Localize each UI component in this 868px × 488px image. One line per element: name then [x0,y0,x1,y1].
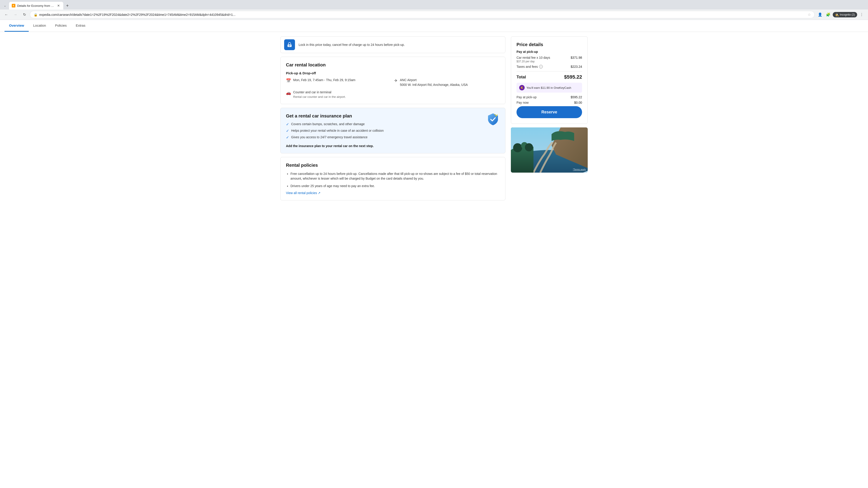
total-label: Total [517,75,526,79]
bookmark-icon[interactable]: ☆ [808,12,811,17]
pay-at-pickup-value: $595.22 [570,95,582,99]
lock-text: Lock in this price today, cancel free of… [299,43,405,46]
right-column: Price details Pay at pick-up Car rental … [511,36,588,200]
onekey-banner: K You'll earn $11.90 in OneKeyCash [517,83,582,93]
checkmark-1: ✓ [286,122,289,127]
view-all-policies-link[interactable]: View all rental policies ↗ [286,191,500,195]
tab-dropdown-button[interactable]: ⌄ [2,2,8,9]
nav-tab-location[interactable]: Location [29,20,51,32]
view-all-label: View all rental policies [286,191,317,195]
insurance-title: Get a rental car insurance plan [286,113,500,119]
policy-item-2: Drivers under 25 years of age may need t… [290,184,500,188]
pay-now-value: $0.00 [574,101,582,104]
insurance-feature-2: ✓ Helps protect your rental vehicle in c… [286,129,500,133]
taxes-fees-label: Taxes and fees [517,65,538,68]
car-icon: 🚗 [286,90,291,95]
scenic-image-card: *Terms apply [511,127,588,173]
scenic-image-box: *Terms apply [511,127,588,173]
active-tab[interactable]: E Details for Economy from Budg ✕ [9,2,63,9]
counter-details: Counter and car in terminal Rental car c… [293,90,346,98]
car-rental-fee-value: $371.98 [570,56,582,59]
car-rental-fee-sub: $37.20 per day [517,60,550,63]
tab-bar: ⌄ E Details for Economy from Budg ✕ + [0,0,868,9]
nav-tab-overview[interactable]: Overview [4,20,29,32]
shield-badge [486,112,500,126]
pay-breakdown: Pay at pick-up $595.22 Pay now $0.00 [517,95,582,104]
insurance-feature-3: ✓ Gives you access to 24/7 emergency tra… [286,135,500,140]
lock-banner: Lock in this price today, cancel free of… [280,36,505,53]
counter-label: Counter and car in terminal [293,90,346,95]
terms-apply-link[interactable]: *Terms apply [573,168,586,171]
total-row: Total $595.22 [517,74,582,80]
insurance-footer: Add the insurance plan to your rental ca… [286,144,500,148]
insurance-feature-list: ✓ Covers certain bumps, scratches, and o… [286,122,500,140]
pickup-label: Pick-up & Drop-off [286,71,500,75]
taxes-info-icon[interactable]: i [539,65,543,68]
datetime-text: Mon, Feb 19, 7:45am - Thu, Feb 29, 9:15a… [293,78,355,83]
tab-close-button[interactable]: ✕ [57,4,61,8]
navigation-bar: ← → ↻ 🔒 expedia.com/carsearch/details?da… [0,9,868,20]
incognito-badge: 🕵️ Incognito (2) [833,12,857,18]
checkmark-shield-icon [287,42,292,47]
insurance-feature-1: ✓ Covers certain bumps, scratches, and o… [286,122,500,127]
price-details-card: Price details Pay at pick-up Car rental … [511,36,588,124]
car-rental-fee-row: Car rental fee x 10 days $37.20 per day … [517,56,582,63]
extensions-button[interactable]: 🧩 [825,11,832,18]
taxes-fees-label-group: Taxes and fees i [517,65,543,68]
price-divider [517,71,582,71]
main-area: Lock in this price today, cancel free of… [276,32,592,205]
tab-title: Details for Economy from Budg [17,4,55,7]
insurance-card: Get a rental car insurance plan [280,108,505,153]
svg-point-2 [494,114,495,115]
onekey-text: You'll earn $11.90 in OneKeyCash [526,86,571,90]
checkmark-2: ✓ [286,129,289,133]
nav-tab-extras[interactable]: Extras [71,20,90,32]
menu-button[interactable]: ⋮ [858,11,865,18]
pay-now-label: Pay now [517,101,529,104]
address-text: expedia.com/carsearch/details?date1=2%2F… [39,13,806,17]
svg-point-8 [525,143,533,151]
airport-item: ✈ ANC Airport 5000 W. Intl Airport Rd, A… [394,78,500,87]
svg-point-1 [495,115,497,116]
browser-chrome: ⌄ E Details for Economy from Budg ✕ + ← … [0,0,868,20]
site-navigation: Overview Location Policies Extras [0,20,868,32]
car-rental-fee-label-group: Car rental fee x 10 days $37.20 per day [517,56,550,63]
taxes-fees-row: Taxes and fees i $223.24 [517,65,582,68]
scenic-landscape-svg [511,127,588,173]
svg-point-3 [497,114,498,115]
reload-button[interactable]: ↻ [21,11,28,18]
policy-list: Free cancellation up to 24 hours before … [286,171,500,188]
nav-tab-policies[interactable]: Policies [51,20,71,32]
airport-details: ANC Airport 5000 W. Intl Airport Rd, Anc… [400,78,468,87]
tab-favicon: E [12,4,16,7]
left-column: Lock in this price today, cancel free of… [280,36,505,200]
onekey-icon: K [519,85,525,90]
new-tab-button[interactable]: + [64,2,70,9]
lock-icon [284,39,295,50]
car-rental-fee-label: Car rental fee x 10 days [517,56,550,59]
nav-right-buttons: 👤 🧩 🕵️ Incognito (2) ⋮ [816,11,865,18]
back-button[interactable]: ← [3,11,10,18]
location-grid: 📅 Mon, Feb 19, 7:45am - Thu, Feb 29, 9:1… [286,78,500,98]
taxes-fees-value: $223.24 [570,65,582,68]
airport-name: ANC Airport [400,78,468,83]
flight-icon: ✈ [394,78,398,83]
rental-policies-card: Rental policies Free cancellation up to … [280,157,505,200]
datetime-item: 📅 Mon, Feb 19, 7:45am - Thu, Feb 29, 9:1… [286,78,392,87]
external-link-icon: ↗ [318,191,320,195]
pay-at-pickup-label-bottom: Pay at pick-up [517,95,537,99]
car-rental-location-title: Car rental location [286,62,500,68]
reserve-button[interactable]: Reserve [517,106,582,118]
pay-at-pickup-label-top: Pay at pick-up [517,50,582,54]
price-details-title: Price details [517,42,582,47]
rental-policies-title: Rental policies [286,163,500,168]
incognito-label: Incognito (2) [840,13,855,16]
svg-point-6 [513,143,522,152]
profile-button[interactable]: 👤 [816,11,824,18]
total-value: $595.22 [564,74,582,80]
forward-button[interactable]: → [12,11,19,18]
counter-sub: Rental car counter and car in the airpor… [293,95,346,98]
pay-now-row: Pay now $0.00 [517,101,582,104]
car-rental-location-card: Car rental location Pick-up & Drop-off 📅… [280,57,505,104]
address-bar[interactable]: 🔒 expedia.com/carsearch/details?date1=2%… [30,11,815,18]
